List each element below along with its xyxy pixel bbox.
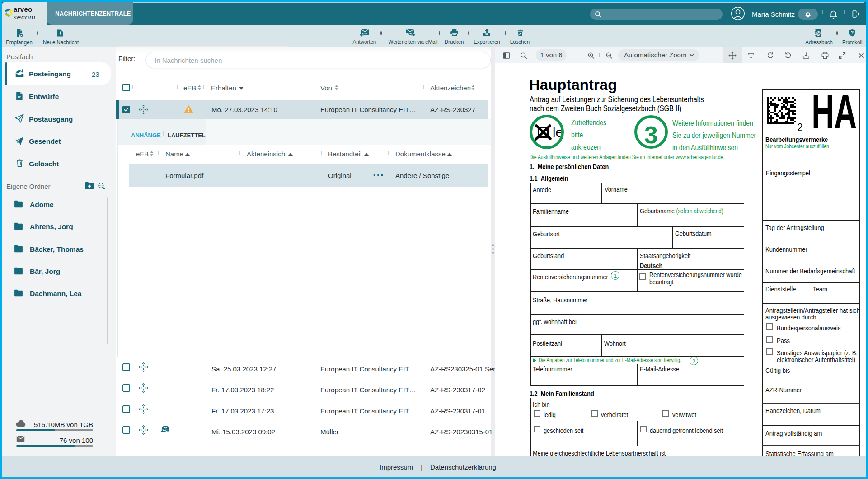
svg-text:?: ? [851,30,854,35]
svg-text:@: @ [816,31,820,36]
